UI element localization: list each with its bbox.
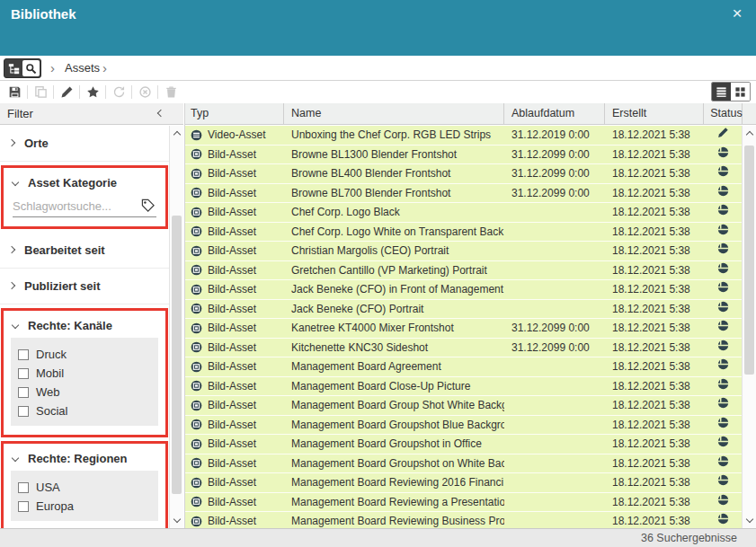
- tree-icon: [8, 63, 20, 75]
- table-row[interactable]: Bild-AssetBrowne BL700 Blender Frontshot…: [185, 184, 743, 204]
- checkbox-web[interactable]: Web: [18, 383, 151, 401]
- table-row[interactable]: Bild-AssetManagement Board Group Shot Wh…: [185, 396, 743, 416]
- table-row[interactable]: Bild-AssetManagement Board Reviewing Bus…: [185, 512, 743, 528]
- filter-section-bearbeitet-seit-header[interactable]: Bearbeitet seit: [0, 240, 169, 260]
- tag-search-icon[interactable]: [141, 199, 155, 212]
- table-row[interactable]: Bild-AssetJack Beneke (CFO) Portrait18.1…: [185, 300, 743, 320]
- table-row[interactable]: Bild-AssetChef Corp. Logo Black18.12.202…: [185, 203, 743, 223]
- chevron-right-icon: [8, 282, 15, 289]
- table-row[interactable]: Bild-AssetKanetree KT4000 Mixer Frontsho…: [185, 319, 743, 339]
- column-header-status[interactable]: Status: [704, 103, 743, 124]
- checkbox-mobil[interactable]: Mobil: [18, 364, 151, 383]
- created-date-cell: 18.12.2021 5:38: [605, 339, 704, 357]
- type-cell: Bild-Asset: [185, 319, 284, 338]
- list-view-icon: [716, 86, 727, 98]
- table-scrollbar[interactable]: [742, 126, 756, 528]
- status-cell: [704, 126, 743, 145]
- table-row[interactable]: Bild-AssetKitchenette KNC30 Sideshot31.1…: [185, 339, 743, 358]
- created-date-cell: 18.12.2021 5:38: [605, 396, 704, 415]
- close-icon[interactable]: ×: [727, 0, 747, 29]
- tree-mode-button[interactable]: [5, 60, 22, 76]
- chevron-right-icon: [8, 246, 15, 253]
- column-header-name[interactable]: Name: [284, 103, 504, 124]
- checkbox-usa[interactable]: USA: [18, 478, 151, 497]
- published-status-icon: [717, 512, 729, 528]
- table-row[interactable]: Bild-AssetManagement Board Groupshot on …: [185, 454, 743, 474]
- filter-section-label: Orte: [24, 137, 49, 150]
- type-cell: Bild-Asset: [185, 493, 284, 512]
- table-row[interactable]: Bild-AssetJack Beneke (CFO) in Front of …: [185, 280, 743, 300]
- created-date-cell: 18.12.2021 5:38: [605, 454, 704, 473]
- bild-asset-icon: [191, 303, 202, 314]
- list-view-button[interactable]: [712, 83, 731, 101]
- scroll-down-icon[interactable]: [173, 516, 181, 523]
- table-row[interactable]: Bild-AssetGretchen Cantillo (VP Marketin…: [185, 261, 743, 281]
- toolbar-divider: [157, 85, 158, 99]
- bild-asset-icon: [191, 284, 202, 296]
- table-row[interactable]: Bild-AssetManagement Board Close-Up Pict…: [185, 377, 743, 397]
- scroll-up-icon[interactable]: [173, 131, 181, 138]
- filter-scrollbar[interactable]: [169, 126, 183, 528]
- scroll-up-icon[interactable]: [746, 131, 753, 138]
- column-header-ablaufdatum[interactable]: Ablaufdatum: [504, 103, 605, 124]
- keyword-search-input[interactable]: [13, 196, 129, 216]
- type-label: Bild-Asset: [208, 300, 256, 319]
- collapse-panel-icon[interactable]: [157, 110, 165, 117]
- filter-section-rechte-regionen-header[interactable]: Rechte: Regionen: [4, 448, 165, 468]
- checkbox-social[interactable]: Social: [18, 401, 151, 420]
- filter-section-publiziert-seit-header[interactable]: Publiziert seit: [0, 276, 169, 296]
- scroll-down-icon[interactable]: [746, 516, 753, 523]
- checkbox-label: USA: [36, 481, 60, 494]
- status-cell: [704, 339, 743, 357]
- type-cell: Bild-Asset: [185, 416, 284, 435]
- filter-section-orte-header[interactable]: Orte: [0, 133, 169, 153]
- expiry-date-cell: [504, 473, 605, 492]
- column-header-erstellt[interactable]: Erstellt: [605, 103, 704, 124]
- bild-asset-icon: [191, 516, 202, 527]
- chevron-right-icon: [8, 139, 15, 146]
- breadcrumb-item-assets[interactable]: Assets: [65, 56, 100, 81]
- bild-asset-icon: [191, 225, 202, 237]
- checkbox-icon: [18, 368, 29, 379]
- table-row[interactable]: Bild-AssetManagement Board Groupshot Blu…: [185, 416, 743, 436]
- table-row[interactable]: Bild-AssetManagement Board Reviewing 201…: [185, 473, 743, 493]
- name-cell: Chef Corp. Logo Black: [284, 203, 504, 222]
- column-header-typ[interactable]: Typ: [185, 103, 284, 124]
- checkbox-icon: [18, 501, 29, 512]
- published-status-icon: [717, 493, 729, 512]
- checkbox-druck[interactable]: Druck: [18, 345, 151, 364]
- name-cell: Unboxing the Chef Corp. RGB LED Strips: [284, 126, 504, 145]
- filter-section-label: Publiziert seit: [24, 279, 101, 293]
- status-cell: [704, 300, 743, 319]
- table-row[interactable]: Video-AssetUnboxing the Chef Corp. RGB L…: [185, 126, 743, 146]
- table-row[interactable]: Bild-AssetManagement Board Agreement18.1…: [185, 357, 743, 377]
- chevron-down-icon: [12, 179, 19, 186]
- checkbox-europa[interactable]: Europa: [18, 497, 151, 516]
- filter-section-asset-kategorie-header[interactable]: Asset Kategorie: [4, 172, 165, 192]
- name-cell: Browne BL400 Blender Frontshot: [284, 164, 504, 183]
- scrollbar-thumb[interactable]: [172, 216, 182, 494]
- table-row[interactable]: Bild-AssetChristian Margolis (CEO) Portr…: [185, 242, 743, 261]
- name-cell: Management Board Groupshot on White Bac.…: [284, 454, 504, 473]
- scrollbar-thumb[interactable]: [744, 146, 754, 375]
- table-row[interactable]: Bild-AssetBrowne BL1300 Blender Frontsho…: [185, 146, 743, 165]
- favorite-button[interactable]: [85, 84, 100, 99]
- status-cell: [704, 416, 743, 435]
- table-row[interactable]: Bild-AssetBrowne BL400 Blender Frontshot…: [185, 164, 743, 184]
- filter-section-rechte-kanaele-header[interactable]: Rechte: Kanäle: [4, 315, 165, 335]
- name-cell: Christian Margolis (CEO) Portrait: [284, 242, 504, 260]
- table-row[interactable]: Bild-AssetManagement Board Groupshot in …: [185, 435, 743, 454]
- publish-button: [111, 84, 126, 99]
- edit-button[interactable]: [59, 84, 74, 99]
- bild-asset-icon: [191, 264, 202, 276]
- table-row[interactable]: Bild-AssetManagement Board Reviewing a P…: [185, 493, 743, 513]
- table-row[interactable]: Bild-AssetChef Corp. Logo White on Trans…: [185, 223, 743, 243]
- grid-view-button[interactable]: [731, 83, 750, 101]
- save-button[interactable]: [7, 84, 22, 99]
- search-mode-button[interactable]: [22, 60, 40, 76]
- name-cell: Management Board Reviewing 2016 Financi.…: [284, 473, 504, 492]
- published-status-icon: [717, 300, 729, 319]
- bild-asset-icon: [191, 400, 202, 411]
- results-table: Typ Name Ablaufdatum Erstellt Status Vid…: [184, 103, 756, 528]
- name-cell: Jack Beneke (CFO) in Front of Management…: [284, 280, 504, 299]
